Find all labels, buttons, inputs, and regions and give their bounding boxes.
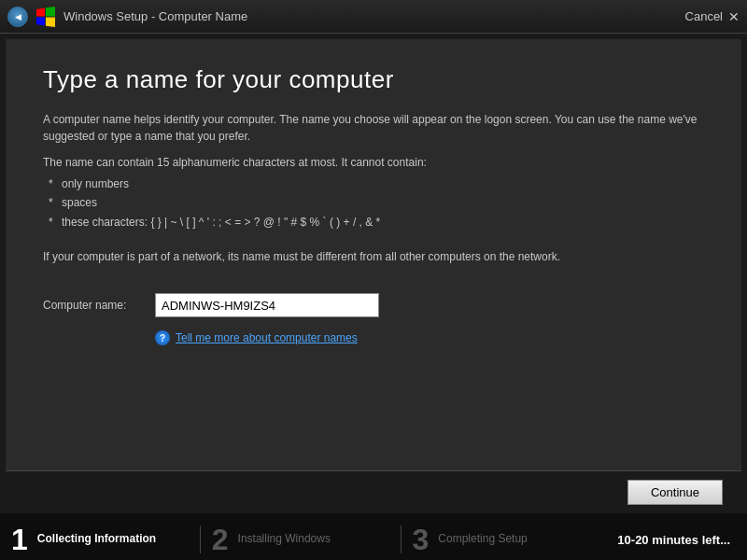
cancel-area: Cancel ✕ [685, 9, 740, 24]
description-1: A computer name helps identify your comp… [43, 111, 704, 145]
description-2: The name can contain 15 alphanumeric cha… [43, 156, 704, 169]
rule-item: these characters: { } | ~ \ [ ] ^ ' : ; … [62, 213, 704, 231]
step-2-number: 2 [212, 525, 229, 554]
svg-marker-1 [46, 7, 55, 17]
svg-marker-2 [36, 17, 45, 25]
step-1-number: 1 [11, 525, 28, 554]
step-3: 3 Completing Setup [402, 525, 601, 554]
footer-steps: 1 Collecting Information 2 Installing Wi… [0, 513, 747, 560]
svg-marker-3 [46, 17, 55, 27]
help-icon [155, 330, 170, 345]
window-title: Windows Setup - Computer Name [63, 9, 685, 23]
continue-button[interactable]: Continue [627, 480, 723, 505]
help-link-row: Tell me more about computer names [43, 330, 704, 345]
page-title: Type a name for your computer [43, 65, 704, 94]
rules-list: only numbers spaces these characters: { … [43, 175, 704, 231]
network-note: If your computer is part of a network, i… [43, 248, 704, 265]
rule-item: only numbers [62, 175, 704, 193]
action-bar: Continue [6, 470, 741, 513]
step-3-number: 3 [413, 525, 430, 554]
main-content: Type a name for your computer A computer… [6, 39, 741, 470]
step-2: 2 Installing Windows [201, 525, 401, 554]
time-remaining: 10-20 minutes left... [600, 533, 747, 547]
svg-marker-0 [36, 7, 45, 16]
rule-item: spaces [62, 193, 704, 212]
back-button[interactable] [7, 7, 28, 27]
cancel-button[interactable]: Cancel [685, 9, 723, 23]
windows-logo-icon [35, 7, 56, 27]
help-link[interactable]: Tell me more about computer names [176, 331, 358, 344]
computer-name-label: Computer name: [43, 299, 155, 312]
close-icon[interactable]: ✕ [728, 9, 740, 24]
step-3-label: Completing Setup [438, 532, 527, 547]
step-1: 1 Collecting Information [0, 525, 200, 554]
computer-name-input[interactable] [155, 293, 379, 317]
step-1-label: Collecting Information [37, 532, 156, 547]
titlebar: Windows Setup - Computer Name Cancel ✕ [0, 0, 747, 34]
computer-name-row: Computer name: [43, 293, 704, 317]
step-2-label: Installing Windows [238, 532, 331, 547]
